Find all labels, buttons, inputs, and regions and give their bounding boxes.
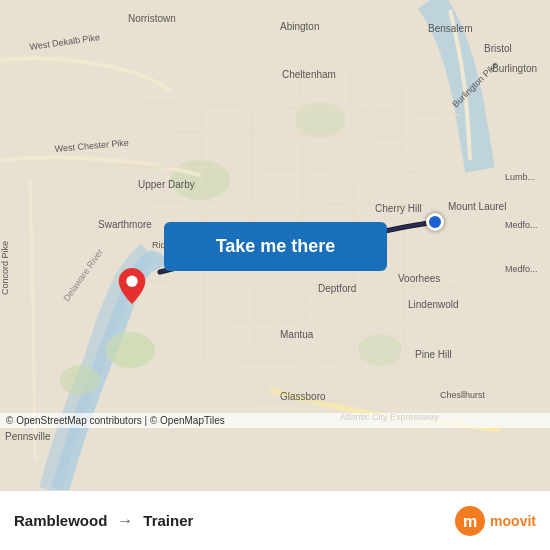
svg-text:m: m xyxy=(463,513,477,530)
svg-text:Cheltenham: Cheltenham xyxy=(282,69,336,80)
arrow-icon: → xyxy=(117,512,133,530)
origin-marker xyxy=(426,213,444,231)
svg-point-34 xyxy=(126,276,137,287)
svg-text:Bristol: Bristol xyxy=(484,43,512,54)
svg-text:Swarthmore: Swarthmore xyxy=(98,219,152,230)
map-container: Norristown Abington Bensalem Bristol Bur… xyxy=(0,0,550,490)
svg-text:Bensalem: Bensalem xyxy=(428,23,472,34)
destination-pin xyxy=(118,268,146,304)
moovit-logo: m moovit xyxy=(454,505,536,537)
svg-text:Glassboro: Glassboro xyxy=(280,391,326,402)
take-me-there-button[interactable]: Take me there xyxy=(164,222,387,271)
svg-text:Medfo...: Medfo... xyxy=(505,220,538,230)
svg-text:Voorhees: Voorhees xyxy=(398,273,440,284)
svg-text:Lumb...: Lumb... xyxy=(505,172,535,182)
svg-text:Norristown: Norristown xyxy=(128,13,176,24)
svg-text:Cherry Hill: Cherry Hill xyxy=(375,203,422,214)
svg-text:Upper Darby: Upper Darby xyxy=(138,179,195,190)
svg-text:Pine Hill: Pine Hill xyxy=(415,349,452,360)
svg-point-2 xyxy=(60,365,100,395)
bottom-bar: Ramblewood → Trainer m moovit xyxy=(0,490,550,550)
svg-text:Chesllhurst: Chesllhurst xyxy=(440,390,486,400)
origin-label: Ramblewood xyxy=(14,512,107,529)
moovit-logo-icon: m xyxy=(454,505,486,537)
svg-text:Concord Pike: Concord Pike xyxy=(0,241,10,295)
svg-text:Burlington: Burlington xyxy=(492,63,537,74)
svg-point-1 xyxy=(105,332,155,368)
svg-text:Abington: Abington xyxy=(280,21,319,32)
moovit-text: moovit xyxy=(490,513,536,529)
svg-text:Lindenwold: Lindenwold xyxy=(408,299,459,310)
svg-text:Medfo...: Medfo... xyxy=(505,264,538,274)
svg-text:Deptford: Deptford xyxy=(318,283,356,294)
svg-text:Mantua: Mantua xyxy=(280,329,314,340)
destination-label: Trainer xyxy=(143,512,193,529)
map-attribution: © OpenStreetMap contributors | © OpenMap… xyxy=(0,413,550,428)
svg-text:Mount Laurel: Mount Laurel xyxy=(448,201,506,212)
svg-text:Pennsville: Pennsville xyxy=(5,431,51,442)
